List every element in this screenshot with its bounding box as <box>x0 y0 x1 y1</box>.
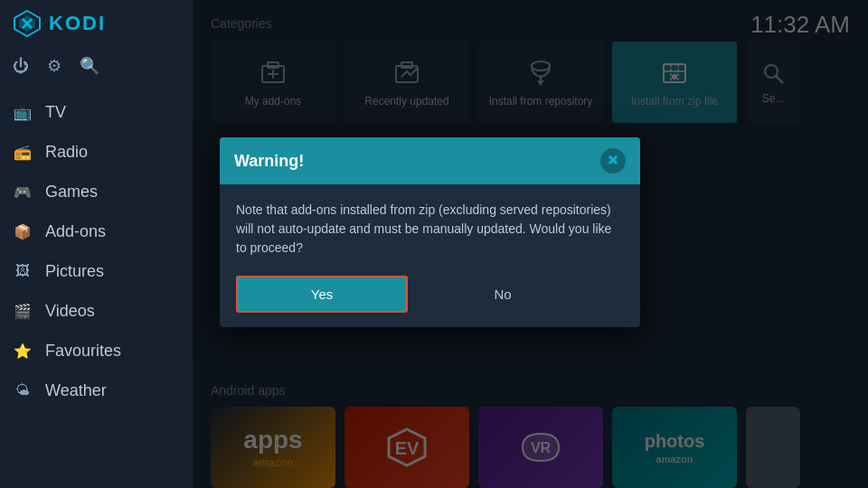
sidebar-item-radio[interactable]: 📻 Radio <box>0 132 193 172</box>
games-icon: 🎮 <box>13 182 33 202</box>
sidebar-item-favourites[interactable]: ⭐ Favourites <box>0 331 193 371</box>
sidebar-item-label-favourites: Favourites <box>45 342 121 361</box>
search-icon[interactable]: 🔍 <box>80 56 99 76</box>
sidebar-item-label-radio: Radio <box>45 143 88 162</box>
close-icon <box>606 154 620 168</box>
kodi-logo-text: KODI <box>49 12 106 35</box>
sidebar-item-label-tv: TV <box>45 103 66 122</box>
warning-dialog: Warning! Note that add-ons installed fro… <box>220 137 640 327</box>
kodi-logo: KODI <box>13 9 106 38</box>
sidebar-item-label-addons: Add-ons <box>45 222 106 241</box>
sidebar-item-label-videos: Videos <box>45 302 95 321</box>
power-icon[interactable]: ⏻ <box>13 57 29 76</box>
sidebar-item-games[interactable]: 🎮 Games <box>0 172 193 211</box>
svg-marker-24 <box>609 155 618 164</box>
sidebar: KODI ⏻ ⚙ 🔍 📺 TV 📻 Radio 🎮 Games 📦 Add-on… <box>0 0 193 488</box>
modal-title: Warning! <box>234 152 304 171</box>
modal-actions: Yes No <box>220 268 640 327</box>
sidebar-item-tv[interactable]: 📺 TV <box>0 92 193 132</box>
sidebar-item-addons[interactable]: 📦 Add-ons <box>0 211 193 251</box>
main-content: 11:32 AM Categories My add-ons <box>193 0 868 488</box>
modal-message: Note that add-ons installed from zip (ex… <box>236 202 611 255</box>
sidebar-nav: 📺 TV 📻 Radio 🎮 Games 📦 Add-ons 🖼 Picture… <box>0 92 193 488</box>
no-button[interactable]: No <box>417 276 589 313</box>
radio-icon: 📻 <box>13 142 33 162</box>
modal-header: Warning! <box>220 137 640 184</box>
addons-icon: 📦 <box>13 221 33 241</box>
modal-close-button[interactable] <box>600 148 626 174</box>
modal-body: Note that add-ons installed from zip (ex… <box>220 184 640 268</box>
videos-icon: 🎬 <box>13 301 33 321</box>
sidebar-item-label-pictures: Pictures <box>45 262 104 281</box>
sidebar-item-videos[interactable]: 🎬 Videos <box>0 291 193 331</box>
sidebar-item-label-weather: Weather <box>45 381 107 400</box>
pictures-icon: 🖼 <box>13 261 33 281</box>
settings-icon[interactable]: ⚙ <box>47 56 61 76</box>
weather-icon: 🌤 <box>13 380 33 400</box>
sidebar-item-label-games: Games <box>45 183 98 202</box>
favourites-icon: ⭐ <box>13 341 33 361</box>
yes-button[interactable]: Yes <box>236 276 408 313</box>
sidebar-header: KODI <box>0 0 193 47</box>
kodi-logo-icon <box>13 9 42 38</box>
sidebar-item-pictures[interactable]: 🖼 Pictures <box>0 251 193 291</box>
sidebar-item-weather[interactable]: 🌤 Weather <box>0 371 193 410</box>
sidebar-controls: ⏻ ⚙ 🔍 <box>0 47 193 85</box>
modal-overlay: Warning! Note that add-ons installed fro… <box>193 0 868 488</box>
tv-icon: 📺 <box>13 102 33 122</box>
